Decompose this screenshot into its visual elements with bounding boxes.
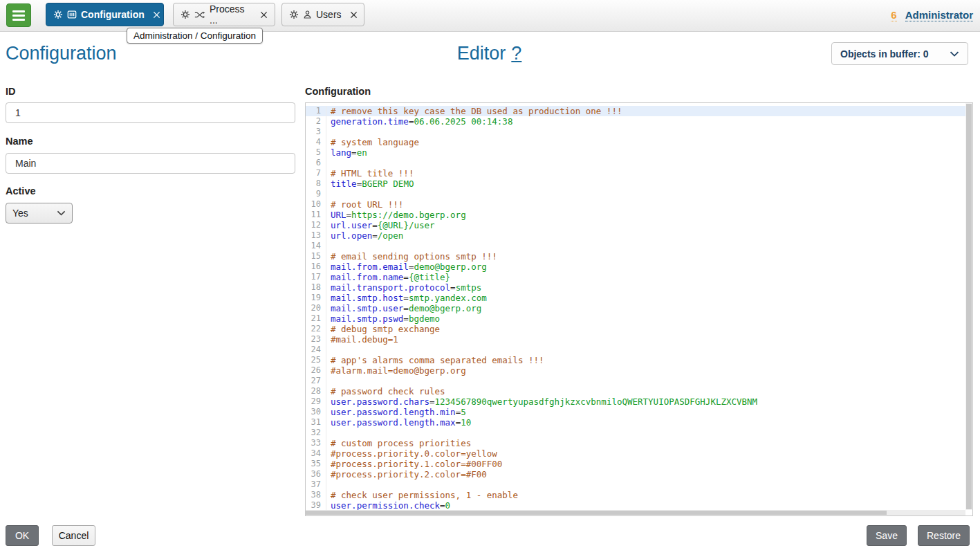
code-line[interactable]: 11URL=https://demo.bgerp.org bbox=[306, 210, 965, 220]
code-line[interactable]: 32 bbox=[306, 428, 965, 438]
code-line[interactable]: 4# system language bbox=[306, 137, 965, 147]
line-number: 10 bbox=[306, 199, 326, 210]
id-label: ID bbox=[6, 86, 16, 97]
code-text: mail.from.name={@title} bbox=[326, 272, 450, 282]
code-line[interactable]: 5lang=en bbox=[306, 147, 965, 158]
current-user-link[interactable]: Administrator bbox=[905, 9, 973, 21]
restore-button[interactable]: Restore bbox=[918, 525, 970, 546]
close-icon[interactable] bbox=[153, 11, 160, 19]
code-text bbox=[326, 428, 331, 438]
code-text: user.password.length.min=5 bbox=[326, 407, 466, 417]
editor-vertical-scrollbar[interactable] bbox=[965, 103, 972, 510]
close-icon[interactable] bbox=[350, 11, 358, 19]
save-button[interactable]: Save bbox=[867, 525, 907, 546]
code-text bbox=[326, 376, 331, 386]
code-line[interactable]: 18mail.transport.protocol=smtps bbox=[306, 282, 965, 293]
id-input[interactable] bbox=[6, 102, 295, 123]
code-text: # debug smtp exchange bbox=[326, 324, 440, 334]
code-text bbox=[326, 480, 331, 490]
tab-process[interactable]: Process ... bbox=[173, 3, 275, 26]
code-line[interactable]: 15# email sending options smtp !!! bbox=[306, 251, 965, 262]
code-line[interactable]: 27 bbox=[306, 376, 965, 386]
code-line[interactable]: 34#process.priority.0.color=yellow bbox=[306, 448, 965, 459]
code-text: #mail.debug=1 bbox=[326, 334, 398, 345]
gear-icon bbox=[181, 10, 190, 19]
gear-icon bbox=[53, 10, 63, 19]
code-line[interactable]: 29user.password.chars=1234567890qwertyup… bbox=[306, 396, 965, 407]
help-link[interactable]: ? bbox=[511, 43, 521, 64]
chevron-down-icon bbox=[57, 210, 66, 216]
code-line[interactable]: 21mail.smtp.pswd=bgdemo bbox=[306, 313, 965, 324]
code-line[interactable]: 7# HTML title !!! bbox=[306, 168, 965, 179]
ok-button[interactable]: OK bbox=[6, 525, 39, 546]
code-line[interactable]: 30user.password.length.min=5 bbox=[306, 407, 965, 417]
code-line[interactable]: 23#mail.debug=1 bbox=[306, 334, 965, 345]
code-line[interactable]: 1# remove this key case the DB used as p… bbox=[306, 106, 965, 116]
code-line[interactable]: 20mail.smtp.user=demo@bgerp.org bbox=[306, 303, 965, 313]
code-line[interactable]: 9 bbox=[306, 189, 965, 199]
editor-panel-title: Editor? bbox=[457, 43, 522, 64]
code-line[interactable]: 37 bbox=[306, 480, 965, 490]
code-line[interactable]: 38# check user permissions, 1 - enable bbox=[306, 490, 965, 500]
code-line[interactable]: 3 bbox=[306, 127, 965, 137]
tab-label: Configuration bbox=[81, 9, 145, 20]
code-line[interactable]: 25# app's alarms comma separated emails … bbox=[306, 355, 965, 365]
code-text: mail.smtp.pswd=bgdemo bbox=[326, 313, 440, 324]
line-number: 23 bbox=[306, 334, 326, 345]
name-input[interactable] bbox=[6, 153, 295, 174]
line-number: 16 bbox=[306, 262, 326, 272]
editor-horizontal-scrollbar[interactable] bbox=[306, 510, 965, 515]
line-number: 24 bbox=[306, 345, 326, 355]
code-line[interactable]: 12url.user={@URL}/user bbox=[306, 220, 965, 230]
code-line[interactable]: 10# root URL !!! bbox=[306, 199, 965, 210]
code-line[interactable]: 36#process.priority.2.color=#F00 bbox=[306, 469, 965, 480]
line-number: 18 bbox=[306, 282, 326, 293]
code-line[interactable]: 14 bbox=[306, 241, 965, 251]
code-text: url.user={@URL}/user bbox=[326, 220, 435, 230]
code-line[interactable]: 8title=BGERP DEMO bbox=[306, 179, 965, 189]
code-line[interactable]: 19mail.smtp.host=smtp.yandex.com bbox=[306, 293, 965, 303]
line-number: 13 bbox=[306, 230, 326, 241]
line-number: 22 bbox=[306, 324, 326, 334]
code-text: # system language bbox=[326, 137, 419, 147]
code-line[interactable]: 16mail.from.email=demo@bgerp.org bbox=[306, 262, 965, 272]
line-number: 35 bbox=[306, 459, 326, 469]
code-text: mail.smtp.host=smtp.yandex.com bbox=[326, 293, 487, 303]
code-text bbox=[326, 345, 331, 355]
objects-in-buffer-dropdown[interactable]: Objects in buffer: 0 bbox=[831, 42, 968, 65]
code-line[interactable]: 33# custom process priorities bbox=[306, 438, 965, 448]
code-line[interactable]: 26#alarm.mail=demo@bgerp.org bbox=[306, 365, 965, 376]
line-number: 36 bbox=[306, 469, 326, 480]
active-select[interactable]: Yes bbox=[6, 203, 73, 223]
notification-count-badge[interactable]: 6 bbox=[891, 9, 896, 21]
code-line[interactable]: 24 bbox=[306, 345, 965, 355]
line-number: 4 bbox=[306, 137, 326, 147]
code-line[interactable]: 6 bbox=[306, 158, 965, 168]
code-line[interactable]: 17mail.from.name={@title} bbox=[306, 272, 965, 282]
line-number: 26 bbox=[306, 365, 326, 376]
code-line[interactable]: 39user.permission.check=0 bbox=[306, 500, 965, 510]
code-text: user.permission.check=0 bbox=[326, 500, 450, 510]
line-number: 39 bbox=[306, 500, 326, 510]
line-number: 21 bbox=[306, 313, 326, 324]
tab-configuration[interactable]: Configuration bbox=[46, 3, 164, 26]
panel-icon bbox=[67, 10, 77, 19]
code-text bbox=[326, 158, 331, 168]
code-line[interactable]: 22# debug smtp exchange bbox=[306, 324, 965, 334]
code-line[interactable]: 28# password check rules bbox=[306, 386, 965, 396]
line-number: 25 bbox=[306, 355, 326, 365]
code-line[interactable]: 31user.password.length.max=10 bbox=[306, 417, 965, 428]
code-text: lang=en bbox=[326, 147, 367, 158]
code-line[interactable]: 35#process.priority.1.color=#00FF00 bbox=[306, 459, 965, 469]
code-line[interactable]: 13url.open=/open bbox=[306, 230, 965, 241]
name-label: Name bbox=[6, 136, 33, 147]
close-icon[interactable] bbox=[260, 11, 268, 19]
line-number: 5 bbox=[306, 147, 326, 158]
main-menu-button[interactable] bbox=[6, 3, 31, 27]
config-code-editor[interactable]: 1# remove this key case the DB used as p… bbox=[305, 102, 973, 516]
line-number: 7 bbox=[306, 168, 326, 179]
cancel-button[interactable]: Cancel bbox=[52, 525, 95, 546]
code-line[interactable]: 2generation.time=06.06.2025 00:14:38 bbox=[306, 116, 965, 127]
code-text: # email sending options smtp !!! bbox=[326, 251, 497, 262]
tab-users[interactable]: Users bbox=[281, 3, 364, 26]
